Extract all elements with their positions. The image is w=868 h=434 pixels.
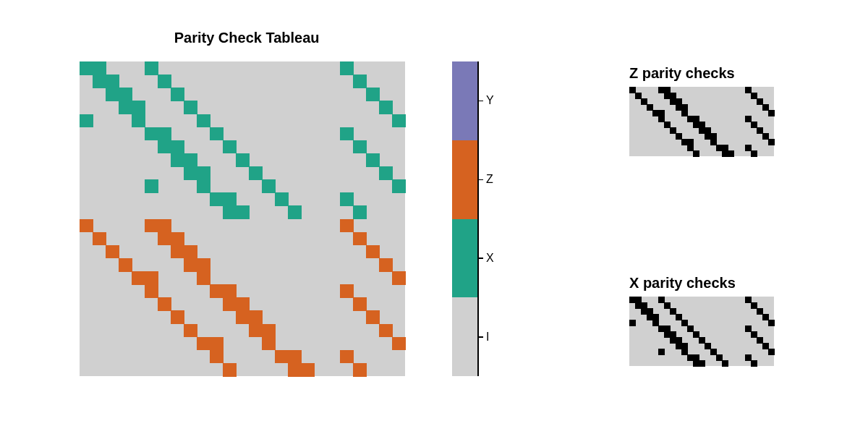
- colorbar-segment-z: [452, 140, 477, 219]
- cell: [249, 324, 263, 338]
- cell: [93, 75, 106, 88]
- cell: [80, 61, 93, 75]
- cell: [275, 350, 289, 364]
- cell: [353, 75, 367, 88]
- cell: [340, 192, 354, 206]
- cell: [340, 219, 354, 233]
- cell: [184, 166, 197, 180]
- cell: [145, 219, 158, 233]
- cell: [379, 101, 393, 114]
- cell: [171, 140, 184, 154]
- colorbar-tick: [477, 101, 483, 102]
- cell: [106, 245, 119, 259]
- cell: [197, 114, 210, 128]
- cell: [106, 75, 119, 88]
- cell: [145, 284, 158, 298]
- colorbar-tick: [477, 179, 483, 181]
- cell: [379, 258, 393, 272]
- cell: [353, 205, 367, 219]
- cell: [262, 324, 276, 338]
- cell: [197, 271, 210, 285]
- cell: [236, 310, 250, 324]
- cell: [171, 88, 184, 101]
- x-checks-title: X parity checks: [629, 275, 736, 292]
- cell: [171, 245, 184, 259]
- cell: [693, 150, 699, 157]
- cell: [210, 127, 224, 141]
- cell: [158, 232, 171, 246]
- colorbar-tick-label-z: Z: [486, 174, 493, 185]
- cell: [158, 140, 171, 154]
- cell: [288, 205, 302, 219]
- cell: [353, 232, 367, 246]
- cell: [353, 297, 367, 311]
- cell: [145, 179, 158, 193]
- cell: [93, 232, 106, 246]
- cell: [392, 337, 406, 351]
- cell: [262, 337, 276, 351]
- cell: [392, 179, 406, 193]
- cell: [171, 310, 184, 324]
- cell: [145, 61, 158, 75]
- z-checks-title: Z parity checks: [629, 65, 735, 82]
- cell: [119, 258, 132, 272]
- colorbar-tick: [477, 336, 483, 338]
- cell: [223, 140, 237, 154]
- colorbar-segment-y: [452, 61, 477, 140]
- cell: [210, 192, 224, 206]
- colorbar-tick-label-x: X: [486, 252, 494, 264]
- cell: [340, 61, 354, 75]
- main-title-line1: Parity Check Tableau: [174, 30, 320, 46]
- colorbar-segment-x: [452, 219, 477, 298]
- x-parity-check-matrix: [629, 297, 774, 366]
- cell: [262, 179, 276, 193]
- colorbar-tick-label-y: Y: [486, 95, 494, 106]
- cell: [184, 258, 197, 272]
- cell: [223, 205, 237, 219]
- cell: [768, 110, 775, 116]
- cell: [392, 271, 406, 285]
- colorbar-axis-line: [477, 61, 479, 376]
- cell: [340, 127, 354, 141]
- cell: [768, 320, 775, 326]
- cell: [366, 88, 380, 101]
- cell: [210, 350, 224, 364]
- cell: [353, 140, 367, 154]
- cell: [210, 337, 224, 351]
- colorbar-tick-label-i: I: [486, 331, 489, 343]
- cell: [751, 360, 757, 367]
- cell: [249, 166, 263, 180]
- cell: [768, 139, 775, 145]
- cell: [223, 363, 237, 377]
- cell: [301, 363, 315, 377]
- cell: [106, 88, 119, 101]
- cell: [223, 297, 237, 311]
- cell: [629, 320, 636, 326]
- cell: [80, 219, 93, 233]
- cell: [184, 245, 197, 259]
- cell: [184, 153, 197, 167]
- cell: [93, 61, 106, 75]
- cell: [340, 284, 354, 298]
- cell: [158, 127, 171, 141]
- cell: [184, 101, 197, 114]
- colorbar: [452, 61, 477, 376]
- cell: [366, 310, 380, 324]
- cell: [249, 310, 263, 324]
- cell: [80, 114, 93, 128]
- cell: [132, 271, 145, 285]
- cell: [288, 350, 302, 364]
- cell: [197, 337, 210, 351]
- cell: [751, 150, 757, 157]
- cell: [728, 150, 734, 157]
- cell: [158, 75, 171, 88]
- cell: [353, 363, 367, 377]
- cell: [236, 205, 250, 219]
- cell: [210, 284, 224, 298]
- cell: [171, 153, 184, 167]
- cell: [184, 324, 197, 338]
- cell: [145, 271, 158, 285]
- cell: [722, 360, 728, 367]
- cell: [236, 297, 250, 311]
- cell: [223, 284, 237, 298]
